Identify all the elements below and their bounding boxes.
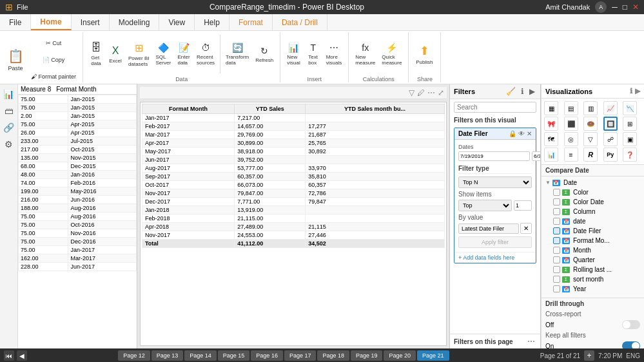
page-tab-page-21[interactable]: Page 21: [417, 350, 449, 361]
file-menu[interactable]: File: [17, 3, 28, 11]
tab-format[interactable]: Format: [229, 14, 273, 30]
viz-fields-scroll[interactable]: Compare Date ▼ 📅 Date Σ Color: [542, 165, 644, 348]
viz-icon-line[interactable]: 📈: [603, 101, 618, 115]
format-painter-button[interactable]: 🖌 Format painter: [28, 68, 79, 85]
on-page-more-btn[interactable]: ⋯: [526, 337, 536, 346]
date-end-input[interactable]: [532, 151, 541, 161]
new-visual-button[interactable]: 📊 Newvisual: [284, 35, 302, 73]
viz-panel-expand-icon[interactable]: ▶: [635, 87, 640, 95]
keep-all-toggle[interactable]: [622, 341, 640, 348]
page-tab-page-13[interactable]: Page 13: [151, 350, 184, 361]
page-prev-btn[interactable]: ◀: [17, 350, 27, 361]
field-quarter[interactable]: 📅 Quarter: [544, 255, 641, 265]
excel-button[interactable]: X Excel: [106, 35, 124, 73]
nav-report-btn[interactable]: 📊: [2, 87, 16, 101]
main-table-container[interactable]: Format MonthYTD SalesYTD Sales month bu.…: [140, 102, 447, 346]
data-table[interactable]: 75.00Jan-201575.00Jan-20152.00Jan-201575…: [18, 95, 137, 348]
field-value-clear-btn[interactable]: ✕: [520, 223, 532, 234]
recent-sources-button[interactable]: ⏱ Recentsources: [194, 35, 217, 73]
filters-search-input[interactable]: [454, 102, 536, 113]
restore-btn[interactable]: □: [623, 3, 627, 12]
field-color-date[interactable]: Σ Color Date: [544, 197, 641, 207]
date-start-input[interactable]: [458, 151, 530, 161]
field-rolling[interactable]: Σ Rolling last ...: [544, 265, 641, 274]
viz-icon-area[interactable]: 📉: [623, 101, 637, 115]
nav-model-btn[interactable]: 🔗: [2, 120, 16, 135]
viz-icon-r-visual[interactable]: R: [583, 148, 598, 162]
viz-panel-info-icon[interactable]: ℹ: [630, 87, 632, 95]
field-sort-month[interactable]: Σ sort month: [544, 274, 641, 284]
new-measure-button[interactable]: fx Newmeasure: [353, 35, 378, 73]
quick-measure-button[interactable]: ⚡ Quickmeasure: [379, 35, 404, 73]
nav-data-btn[interactable]: 🗃: [2, 104, 16, 118]
field-date-small[interactable]: 📅 date: [544, 216, 641, 226]
viz-icon-qanda[interactable]: ❓: [623, 148, 637, 162]
cut-button[interactable]: ✂ Cut: [28, 35, 79, 52]
tab-data-drill[interactable]: Data / Drill: [273, 14, 327, 30]
apply-filter-btn[interactable]: Apply filter: [458, 236, 532, 248]
viz-icon-stacked-bar[interactable]: ▤: [564, 101, 578, 115]
field-color[interactable]: Σ Color: [544, 187, 641, 197]
filters-clear-btn[interactable]: 🧹: [505, 87, 517, 96]
page-tab-page-17[interactable]: Page 17: [284, 350, 317, 361]
field-date-filer[interactable]: 📅 Date Filer: [544, 226, 641, 236]
field-date-parent[interactable]: ▼ 📅 Date: [544, 178, 641, 187]
viz-icon-map[interactable]: 🗺: [544, 132, 558, 146]
page-tab-page-19[interactable]: Page 19: [351, 350, 383, 361]
expand-icon[interactable]: ⤢: [438, 88, 444, 97]
show-direction-select[interactable]: Top Bottom: [458, 200, 512, 211]
field-year[interactable]: 📅 Year: [544, 284, 641, 294]
get-data-button[interactable]: 🗄 Getdata: [87, 35, 105, 73]
page-tab-page-20[interactable]: Page 20: [384, 350, 416, 361]
tab-modeling[interactable]: Modeling: [110, 14, 160, 30]
viz-icon-pie[interactable]: 🍩: [583, 117, 598, 131]
viz-icon-filled-map[interactable]: ◎: [564, 132, 578, 146]
copy-button[interactable]: 📄 Copy: [28, 52, 79, 68]
page-tab-page-14[interactable]: Page 14: [184, 350, 217, 361]
viz-icon-scatter[interactable]: ⬛: [564, 117, 578, 131]
tab-home[interactable]: Home: [31, 14, 71, 30]
viz-icon-clustered[interactable]: ▥: [583, 101, 598, 115]
cross-report-toggle[interactable]: [622, 320, 640, 329]
add-page-btn[interactable]: +: [584, 350, 594, 361]
text-box-button[interactable]: T Textbox: [304, 35, 322, 73]
field-month[interactable]: 📅 Month: [544, 245, 641, 255]
tab-help[interactable]: Help: [195, 14, 229, 30]
viz-icon-kpi[interactable]: 📊: [544, 148, 558, 162]
tab-insert[interactable]: Insert: [72, 14, 110, 30]
viz-icon-card[interactable]: ▣: [623, 132, 637, 146]
powerbi-datasets-button[interactable]: ⊞ Power BIdatasets: [126, 35, 151, 73]
filters-expand-btn[interactable]: ▶: [528, 87, 536, 96]
viz-icon-table[interactable]: 🔲: [603, 117, 618, 131]
publish-button[interactable]: ⬆ Publish: [413, 35, 436, 73]
page-tab-page-15[interactable]: Page 15: [218, 350, 250, 361]
more-visuals-button[interactable]: ⋯ Morevisuals: [324, 35, 344, 73]
enter-data-button[interactable]: 📝 Enterdata: [175, 35, 193, 73]
date-filer-close-icon[interactable]: ✕: [527, 130, 532, 137]
transform-data-button[interactable]: 🔄 Transformdata: [223, 35, 251, 73]
page-tab-page-18[interactable]: Page 18: [317, 350, 349, 361]
filter-type-select[interactable]: Top N Basic filtering Advanced filtering: [458, 176, 532, 188]
add-data-fields-btn[interactable]: + Add data fields here: [454, 252, 536, 263]
tab-file[interactable]: File: [0, 14, 31, 30]
page-tab-page-16[interactable]: Page 16: [251, 350, 283, 361]
paste-button[interactable]: 📋 Paste: [4, 41, 27, 79]
field-format-mo[interactable]: 📅 Format Mo...: [544, 236, 641, 245]
refresh-button[interactable]: ↻ Refresh: [253, 35, 276, 73]
date-filer-lock-icon[interactable]: 🔒: [509, 130, 516, 137]
sql-button[interactable]: 🔷 SQLServer: [153, 35, 174, 73]
viz-icon-slicer[interactable]: ≡: [564, 148, 578, 162]
show-count-input[interactable]: [514, 200, 532, 211]
date-filer-eye-icon[interactable]: 👁: [518, 130, 525, 137]
tab-view[interactable]: View: [159, 14, 195, 30]
filters-info-btn[interactable]: ℹ: [520, 87, 525, 96]
viz-icon-ribbon[interactable]: 🎀: [544, 117, 558, 131]
viz-icon-gauge[interactable]: ☍: [603, 132, 618, 146]
viz-icon-bar[interactable]: ▦: [544, 101, 558, 115]
viz-icon-funnel[interactable]: ▽: [583, 132, 598, 146]
close-btn[interactable]: ✕: [632, 3, 639, 12]
viz-icon-matrix[interactable]: ⊞: [623, 117, 637, 131]
viz-icon-py-visual[interactable]: Py: [603, 148, 618, 162]
page-first-btn[interactable]: ⏮: [4, 350, 14, 361]
page-tab-page-12[interactable]: Page 12: [118, 350, 150, 361]
